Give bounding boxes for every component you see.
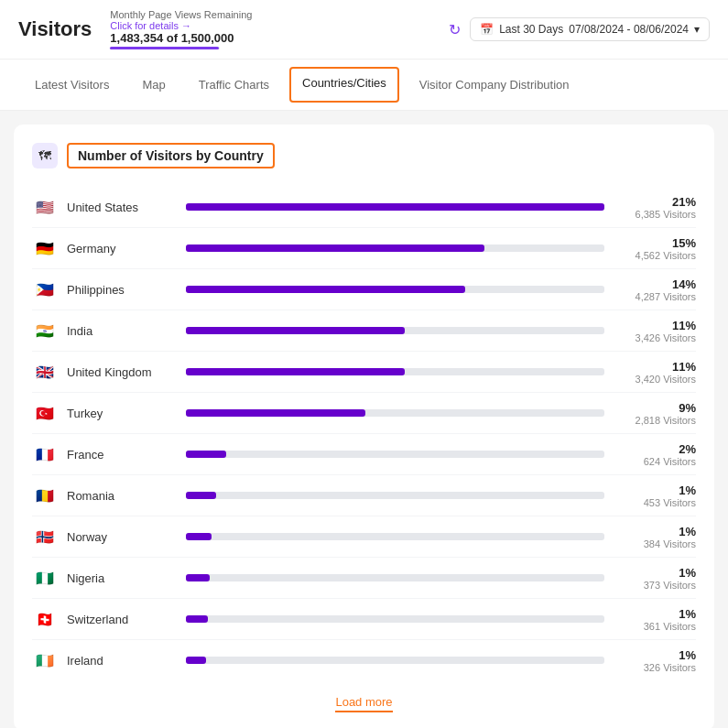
country-name: Nigeria [67,571,177,585]
countries-list: 🇺🇸 United States 21% 6,385 Visitors 🇩🇪 G… [32,187,696,680]
country-name: Romania [67,489,177,503]
date-range-label: Last 30 Days [499,23,563,36]
flag-icon: 🇷🇴 [32,483,58,508]
tab-visitor-company[interactable]: Visitor Company Distribution [407,67,582,103]
page-views-progress-fill [110,47,219,49]
bar-container [186,451,604,458]
stat-percent: 1% [614,566,696,580]
stat-visitors: 4,287 Visitors [614,291,696,302]
header-left: Visitors Monthly Page Views Remaining Cl… [18,9,252,49]
stat-visitors: 3,420 Visitors [614,374,696,385]
stat-right: 1% 361 Visitors [614,607,696,632]
flag-icon: 🇳🇬 [32,565,58,591]
country-row: 🇺🇸 United States 21% 6,385 Visitors [32,187,696,228]
bar-fill [186,327,405,334]
date-range-selector[interactable]: 📅 Last 30 Days 07/08/2024 - 08/06/2024 ▾ [470,17,710,41]
page-views-label: Monthly Page Views Remaining [110,9,252,20]
country-name: United Kingdom [67,365,177,379]
country-name: Turkey [67,407,177,420]
bar-container [186,574,604,581]
stat-visitors: 3,426 Visitors [614,332,696,343]
header: Visitors Monthly Page Views Remaining Cl… [0,0,728,60]
country-name: Germany [67,242,177,255]
bar-fill [186,244,484,252]
country-name: India [67,324,177,338]
page-views-count: 1,483,354 of 1,500,000 [110,31,252,45]
bar-container [186,327,604,334]
stat-visitors: 361 Visitors [614,621,696,632]
bar-container [186,492,604,499]
flag-icon: 🇳🇴 [32,524,58,549]
page-views-info: Monthly Page Views Remaining Click for d… [110,9,252,49]
bar-container [186,244,604,252]
tab-map[interactable]: Map [129,67,178,103]
tab-countries-cities[interactable]: Countries/Cities [289,67,399,103]
stat-percent: 1% [614,648,696,662]
load-more-container: Load more [32,695,696,712]
country-name: United States [67,201,177,214]
globe-icon: 🗺 [38,148,51,163]
country-name: France [67,448,177,462]
country-row: 🇳🇴 Norway 1% 384 Visitors [32,516,696,558]
stat-right: 11% 3,426 Visitors [614,319,696,343]
stat-percent: 14% [614,277,696,291]
stat-visitors: 326 Visitors [614,662,696,673]
card-title: Number of Visitors by Country [67,143,275,168]
stat-percent: 11% [614,360,696,374]
stat-right: 1% 373 Visitors [614,566,696,591]
stat-percent: 2% [614,442,696,456]
stat-right: 1% 326 Visitors [614,648,696,673]
stat-right: 14% 4,287 Visitors [614,277,696,302]
stat-visitors: 624 Visitors [614,456,696,467]
stat-right: 21% 6,385 Visitors [614,195,696,220]
flag-icon: 🇮🇳 [32,318,58,343]
country-row: 🇫🇷 France 2% 624 Visitors [32,434,696,475]
header-right: ↻ 📅 Last 30 Days 07/08/2024 - 08/06/2024… [449,17,710,41]
stat-right: 15% 4,562 Visitors [614,236,696,261]
main-content: 🗺 Number of Visitors by Country 🇺🇸 Unite… [0,111,728,728]
stat-percent: 15% [614,236,696,250]
stat-percent: 1% [614,525,696,538]
calendar-icon: 📅 [480,23,494,36]
stat-right: 1% 384 Visitors [614,525,696,549]
bar-container [186,203,604,211]
date-range-dates: 07/08/2024 - 08/06/2024 [569,23,689,36]
country-row: 🇨🇭 Switzerland 1% 361 Visitors [32,599,696,640]
bar-container [186,533,604,540]
load-more-button[interactable]: Load more [335,695,392,712]
card-icon: 🗺 [32,143,58,168]
tab-traffic-charts[interactable]: Traffic Charts [186,67,282,103]
bar-container [186,286,604,293]
flag-icon: 🇮🇪 [32,647,58,673]
chevron-down-icon: ▾ [694,23,700,36]
stat-right: 1% 453 Visitors [614,484,696,508]
country-name: Switzerland [67,613,177,626]
bar-fill [186,451,226,458]
bar-container [186,657,604,664]
bar-container [186,368,604,375]
flag-icon: 🇵🇭 [32,277,58,302]
bar-fill [186,203,604,211]
stat-right: 11% 3,420 Visitors [614,360,696,385]
card-header: 🗺 Number of Visitors by Country [32,143,696,168]
tab-latest-visitors[interactable]: Latest Visitors [22,67,122,103]
refresh-button[interactable]: ↻ [449,21,461,38]
country-name: Ireland [67,654,177,668]
stat-visitors: 373 Visitors [614,580,696,591]
flag-icon: 🇨🇭 [32,606,58,632]
bar-fill [186,368,405,375]
stat-percent: 11% [614,319,696,332]
stat-right: 9% 2,818 Visitors [614,401,696,426]
stat-visitors: 384 Visitors [614,538,696,549]
country-row: 🇬🇧 United Kingdom 11% 3,420 Visitors [32,352,696,393]
country-name: Norway [67,530,177,544]
visitors-by-country-card: 🗺 Number of Visitors by Country 🇺🇸 Unite… [14,125,714,728]
flag-icon: 🇩🇪 [32,235,58,261]
page-views-link[interactable]: Click for details → [110,20,252,31]
tabs-nav: Latest Visitors Map Traffic Charts Count… [0,60,728,111]
country-row: 🇳🇬 Nigeria 1% 373 Visitors [32,558,696,599]
stat-visitors: 453 Visitors [614,497,696,508]
country-row: 🇩🇪 Germany 15% 4,562 Visitors [32,228,696,269]
flag-icon: 🇺🇸 [32,194,58,220]
country-row: 🇷🇴 Romania 1% 453 Visitors [32,475,696,516]
